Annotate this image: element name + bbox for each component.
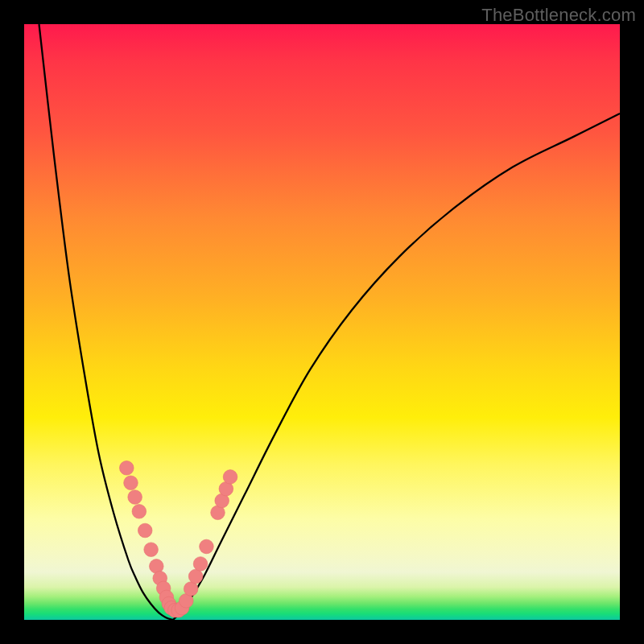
chart-svg — [24, 24, 620, 620]
curve-marker — [144, 543, 159, 557]
curve-marker — [184, 582, 198, 597]
curve-marker — [193, 557, 208, 572]
curve-marker — [223, 470, 237, 485]
curve-marker — [128, 490, 142, 505]
curve-left-branch — [39, 24, 174, 620]
curve-marker — [132, 505, 147, 519]
curve-markers — [119, 461, 237, 617]
watermark-text: TheBottleneck.com — [481, 5, 636, 26]
curve-marker — [119, 461, 134, 476]
plot-area — [24, 24, 620, 620]
curve-marker — [124, 476, 138, 490]
curve-marker — [188, 569, 203, 584]
outer-frame: TheBottleneck.com — [0, 0, 644, 644]
curve-marker — [138, 523, 152, 538]
curve-marker — [200, 539, 214, 554]
curve-right-branch — [173, 114, 620, 620]
